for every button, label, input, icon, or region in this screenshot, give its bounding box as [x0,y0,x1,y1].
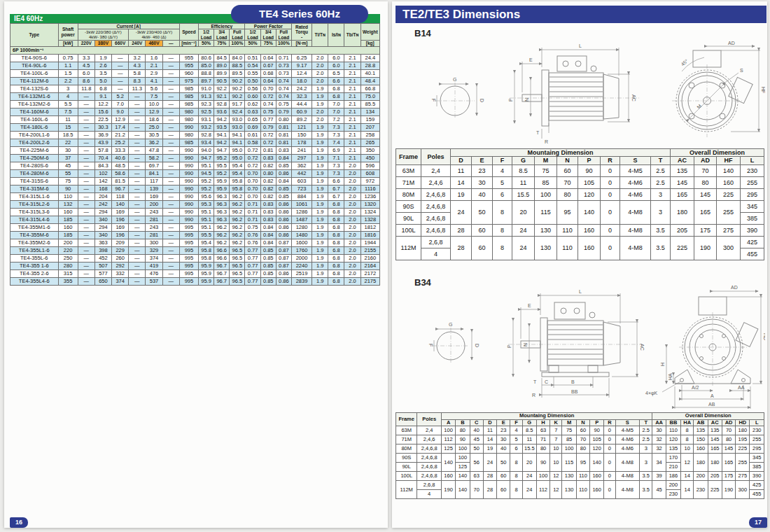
table-cell: D [451,157,472,164]
table-cell: — [162,231,179,239]
te4-series-badge-label: TE4 Series 60Hz [259,8,340,20]
table-cell: — [78,246,94,254]
table-cell: 1.9 [312,92,328,100]
table-cell: 6.8 [328,239,344,246]
table-cell: 45 [470,435,483,444]
table-cell: 90 [590,426,604,435]
table-cell: 12.4 [291,69,312,77]
table-cell: 2.0 [312,62,328,69]
table-cell: — [162,262,179,270]
table-cell: 0.81 [276,131,291,139]
table-cell: 70.4 [94,154,111,162]
dimensions-page-title: TE2/TE3 Dimensions [396,6,766,23]
table-row: TE4-280M-655—10258.6—84.1—99094.595.295.… [10,169,380,177]
table-row: 100L2,4,6,816014063286082410012130110160… [396,472,764,481]
table-cell: — [129,216,146,223]
table-cell: R [601,157,620,164]
table-cell: 4 [493,164,512,176]
table-cell: 460V [146,41,162,46]
table-cell: 130 [535,236,557,260]
table-cell: 243 [146,208,162,216]
table-cell: 425 [750,481,764,490]
table-cell: 7.0 [112,100,129,108]
table-cell: 33.3 [112,146,129,154]
table-cell: 985 [179,139,198,146]
table-cell: 0.70 [245,169,260,177]
b34-dimension-table: FramePolesMountaing DimensionOverall Dim… [396,412,764,499]
table-cell: 4-M8 [620,200,651,224]
table-row: 6P 1000min⁻¹ [10,46,380,54]
table-cell: TE4-315L3-6 [10,208,59,216]
table-cell: 175 [722,472,735,481]
table-cell: 94.1 [230,131,245,139]
table-cell: 4 [510,426,522,435]
table-cell: 0.69 [245,123,260,131]
table-cell: 985 [179,92,198,100]
table-cell: Full Load [230,29,245,41]
table-cell: — [162,85,179,92]
table-cell: — [78,185,94,192]
table-cell: 0.77 [245,277,260,285]
table-cell: 159 [360,115,379,123]
table-row: DEFGMNPRSTACADHFL [396,157,764,164]
table-cell: 9.17 [291,62,312,69]
table-cell: 723 [291,185,312,192]
table-cell: Efficiency [198,24,245,29]
table-cell: TE4-132M1-6 [10,92,59,100]
table-cell: 30 [497,435,510,444]
table-cell: 100 [536,472,550,481]
table-cell: 2.0 [312,54,328,62]
table-cell: P [578,157,601,164]
table-row: TE4-355 2-6315—577332—476—99595.996.796.… [10,270,380,277]
table-cell: 455 [741,248,764,260]
table-cell: G [512,157,535,164]
table-row: TE4-355L4-6355—650374—537—99595.996.796.… [10,277,380,285]
table-cell: 0.71 [245,200,260,208]
table-cell: 96.7 [214,262,230,270]
table-cell: 100 [535,188,557,200]
table-cell: 4-M8 [620,236,651,260]
table-cell: 5 [493,176,512,188]
table-cell: 85 [562,435,576,444]
table-cell: TE4-315M-6 [10,185,59,192]
table-cell: 95.4 [230,169,245,177]
dim-label-hf: HF [761,87,765,93]
table-cell: 2.0 [344,177,360,185]
table-cell: 1.9 [312,169,328,177]
table-cell: — [129,223,146,231]
table-cell: 2.1 [344,54,360,62]
table-cell: 28 [483,481,496,499]
table-cell: 209 [112,239,129,246]
table-cell: 96.2 [230,192,245,200]
table-cell: 186 [666,472,680,481]
table-cell: TE4-355L-6 [10,254,59,262]
table-row: TE4-315L4-6185—340196—281—99095.196.396.… [10,216,380,223]
table-cell: Overall Dimension [671,149,764,157]
table-cell: 2.0 [344,162,360,169]
b14-dimension-table: FramePolesMountaing DimensionOverall Dim… [396,148,764,260]
table-cell: 92.1 [214,92,230,100]
table-cell: 0 [604,444,615,454]
table-cell: — [78,200,94,208]
dim-label-bb: BB [571,389,578,394]
table-cell: 85.0 [198,62,214,69]
table-cell: 0.71 [276,54,291,62]
table-cell: 2.1 [344,69,360,77]
table-cell: 75.0 [360,92,379,100]
table-cell: 7.3 [328,123,344,131]
table-row: 63M2,4112348.575609004-M52.513570140230 [396,164,764,176]
table-cell: 57.8 [94,146,111,154]
table-cell: D [483,419,496,426]
table-cell: 96.2 [230,208,245,216]
table-cell: 0.84 [260,239,276,246]
table-cell: 93.2 [198,123,214,131]
dim-label-r: R [532,393,536,398]
table-cell: AD [722,419,735,426]
table-cell: Current [A] [78,24,179,29]
table-cell: 390 [750,472,764,481]
table-cell: 168 [94,185,111,192]
table-cell: 300 [736,481,750,499]
table-cell: 40 [497,444,510,454]
table-cell: 6.6 [328,77,344,85]
table-cell: 0.74 [276,85,291,92]
